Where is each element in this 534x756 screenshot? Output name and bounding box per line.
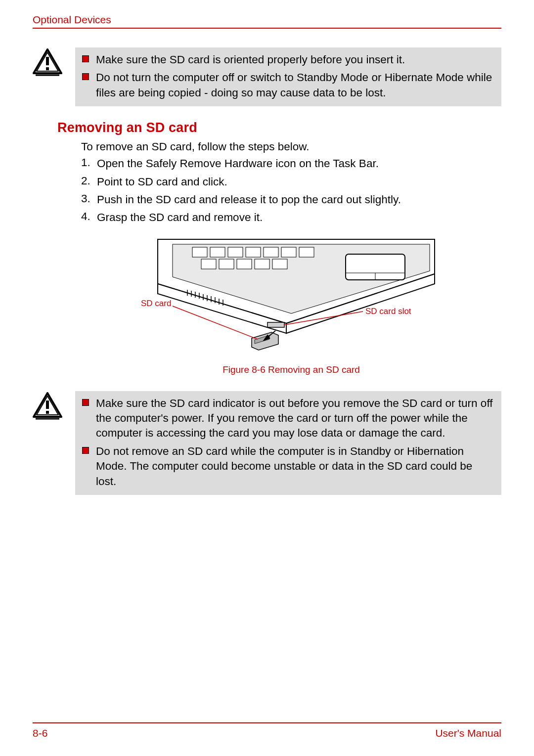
bullet-icon <box>82 399 89 406</box>
step-marker: 4. <box>81 210 97 223</box>
svg-rect-16 <box>237 259 252 269</box>
bullet-icon <box>82 73 89 80</box>
doc-title: User's Manual <box>435 727 501 739</box>
section-heading: Removing an SD card <box>57 120 501 135</box>
svg-rect-9 <box>228 247 243 257</box>
svg-rect-43 <box>46 400 49 409</box>
figure-illustration: SD card SD card slot <box>138 234 445 356</box>
page-number: 8-6 <box>33 727 47 739</box>
svg-rect-10 <box>246 247 261 257</box>
figure-caption: Figure 8-6 Removing an SD card <box>81 364 501 375</box>
warning2-item: Make sure the SD card indicator is out b… <box>82 396 494 441</box>
svg-rect-13 <box>299 247 314 257</box>
bullet-icon <box>82 447 89 454</box>
warning2-item: Do not remove an SD card while the compu… <box>82 444 494 489</box>
warning2-text-1: Do not remove an SD card while the compu… <box>96 444 494 489</box>
bullet-icon <box>82 55 89 62</box>
figure-label-sd-slot: SD card slot <box>365 307 411 316</box>
svg-rect-8 <box>210 247 225 257</box>
svg-rect-17 <box>255 259 269 269</box>
step-item: 3. Push in the SD card and release it to… <box>81 192 501 207</box>
svg-rect-18 <box>272 259 287 269</box>
warning1-item: Do not turn the computer off or switch t… <box>82 70 494 100</box>
step-marker: 1. <box>81 156 97 169</box>
running-header: Optional Devices <box>33 14 501 26</box>
step-text-1: Point to SD card and click. <box>97 175 227 189</box>
step-text-0: Open the Safely Remove Hardware icon on … <box>97 156 379 171</box>
svg-rect-12 <box>281 247 296 257</box>
step-marker: 3. <box>81 192 97 205</box>
warning1-item: Make sure the SD card is oriented proper… <box>82 52 494 67</box>
warning-icon <box>33 47 75 76</box>
step-item: 4. Grasp the SD card and remove it. <box>81 210 501 225</box>
svg-rect-2 <box>46 57 49 65</box>
svg-rect-44 <box>46 411 49 414</box>
warning-body-1: Make sure the SD card is oriented proper… <box>75 47 501 106</box>
step-text-2: Push in the SD card and release it to po… <box>97 192 401 207</box>
svg-rect-7 <box>192 247 207 257</box>
warning1-text-1: Do not turn the computer off or switch t… <box>96 70 494 100</box>
svg-rect-34 <box>267 322 284 327</box>
svg-rect-15 <box>219 259 234 269</box>
steps-list: 1. Open the Safely Remove Hardware icon … <box>81 156 501 225</box>
warning-box-1: Make sure the SD card is oriented proper… <box>33 47 501 106</box>
figure: SD card SD card slot Figure 8-6 Removing… <box>81 234 501 375</box>
step-item: 1. Open the Safely Remove Hardware icon … <box>81 156 501 171</box>
svg-rect-14 <box>201 259 216 269</box>
warning-box-2: Make sure the SD card indicator is out b… <box>33 391 501 495</box>
step-text-3: Grasp the SD card and remove it. <box>97 210 263 225</box>
page-footer: 8-6 User's Manual <box>33 722 501 739</box>
warning-body-2: Make sure the SD card indicator is out b… <box>75 391 501 495</box>
warning1-text-0: Make sure the SD card is oriented proper… <box>96 52 405 67</box>
footer-rule <box>33 722 501 723</box>
step-marker: 2. <box>81 175 97 187</box>
header-rule <box>33 28 501 29</box>
warning2-text-0: Make sure the SD card indicator is out b… <box>96 396 494 441</box>
step-item: 2. Point to SD card and click. <box>81 175 501 189</box>
svg-rect-3 <box>46 67 49 70</box>
svg-rect-11 <box>264 247 278 257</box>
figure-label-sd-card: SD card <box>141 299 171 309</box>
warning-icon <box>33 391 75 420</box>
section-intro: To remove an SD card, follow the steps b… <box>81 140 501 153</box>
